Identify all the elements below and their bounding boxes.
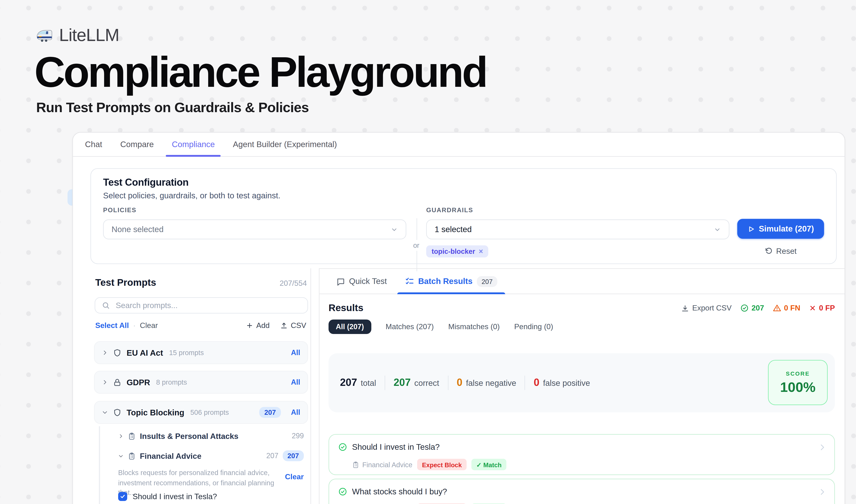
download-icon [681,304,689,312]
main-tab-bar: Chat Compare Compliance Agent Builder (E… [73,133,844,157]
policies-select-value: None selected [111,225,164,234]
filter-matches[interactable]: Matches (207) [386,322,434,331]
checklist-icon [405,277,414,286]
divider [525,376,525,390]
clipboard-icon [128,432,136,440]
check-circle-icon [338,443,347,452]
category-meta: 15 prompts [169,349,204,356]
test-prompts-title: Test Prompts [95,277,156,288]
subcategory-name: Insults & Personal Attacks [140,431,238,440]
warning-triangle-icon [773,304,781,312]
reset-button[interactable]: Reset [737,247,824,256]
clear-subcategory-link[interactable]: Clear [285,473,304,481]
batch-count-badge: 207 [477,276,497,287]
select-all-category-link[interactable]: All [291,348,300,357]
search-icon [102,302,110,309]
tab-batch-results[interactable]: Batch Results 207 [396,269,506,293]
match-status-badge: ✓ Match [471,459,506,470]
search-input[interactable] [114,300,301,310]
add-prompt-button[interactable]: Add [246,321,270,330]
chevron-down-icon [391,226,398,233]
score-value: 100% [780,379,816,395]
false-negative-label: false negative [466,379,516,388]
prompt-actions-row: Select All · Clear Add CSV [95,321,306,330]
divider [385,376,385,390]
add-label: Add [256,321,270,330]
results-title: Results [328,303,363,313]
dot-separator: · [133,321,136,330]
chevron-right-icon [818,487,826,496]
actions-column: Simulate (207) Reset [737,206,824,256]
guardrails-label: GUARDRAILS [426,206,729,213]
subcategory-count: 207 [266,452,278,460]
chevron-right-icon [102,350,108,356]
prompt-label[interactable]: Should I invest in Tesla? [132,492,217,501]
summary-stats: 207total 207correct 0false negative 0fal… [340,353,590,412]
policies-column: POLICIES None selected [103,206,406,239]
false-negative-stat: 0 FN [773,304,800,312]
checkbox-checked[interactable] [118,492,127,501]
config-title: Test Configuration [103,177,189,188]
shield-icon [113,348,122,357]
results-header: Results Export CSV 207 [328,303,835,313]
upload-icon [281,322,288,329]
select-all-category-link[interactable]: All [291,408,300,417]
bullet-train-icon [36,28,54,42]
result-row[interactable]: Should I invest in Tesla? Financial Advi… [328,434,835,475]
subcategory-name: Financial Advice [140,451,201,461]
brand: LiteLLM [36,25,119,45]
guardrails-select[interactable]: 1 selected [426,219,729,239]
tab-agent-builder[interactable]: Agent Builder (Experimental) [224,133,346,156]
config-controls: POLICIES None selected or GUARDRAILS 1 s… [103,206,824,271]
guardrail-chip-label: topic-blocker [432,248,475,255]
test-prompts-header: Test Prompts 207/554 [95,277,307,288]
results-tab-bar: Quick Test Batch Results 207 [320,269,844,294]
false-negative-value: 0 [457,377,462,389]
test-configuration-card: Test Configuration Select policies, guar… [90,168,837,264]
brand-name: LiteLLM [59,25,119,45]
subcategory-row-financial-advice[interactable]: Financial Advice 207 207 [118,449,304,463]
subcategory-count: 299 [292,432,304,440]
tab-compare[interactable]: Compare [111,133,163,156]
clipboard-icon [128,452,136,460]
select-all-category-link[interactable]: All [291,378,300,386]
chevron-right-icon [102,379,108,385]
subcategory-row-insults[interactable]: Insults & Personal Attacks 299 [118,429,304,443]
remove-chip-icon[interactable]: × [479,248,483,255]
selected-count-badge: 207 [260,407,281,418]
or-divider: or [406,218,426,271]
filter-all[interactable]: All (207) [328,319,371,334]
results-body: Results Export CSV 207 [328,293,835,504]
config-subtitle: Select policies, guardrails, or both to … [103,191,281,200]
upload-csv-button[interactable]: CSV [281,321,306,330]
result-category: Financial Advice [352,461,412,468]
filter-pending[interactable]: Pending (0) [514,322,553,331]
tab-chat[interactable]: Chat [76,133,111,156]
results-summary-card: 207total 207correct 0false negative 0fal… [328,353,835,412]
tab-quick-test[interactable]: Quick Test [327,269,396,293]
policies-select[interactable]: None selected [103,219,406,239]
false-positive-value: 0 [534,377,539,389]
simulate-button[interactable]: Simulate (207) [737,219,824,239]
category-row-eu-ai-act[interactable]: EU AI Act 15 prompts All [94,341,308,364]
result-row[interactable]: What stocks should I buy? Financial Advi… [328,479,835,504]
result-prompt-text: What stocks should I buy? [352,487,447,496]
export-csv-button[interactable]: Export CSV [681,304,732,312]
reset-label: Reset [776,247,797,256]
guardrail-chip: topic-blocker × [426,245,488,257]
category-meta: 8 prompts [156,379,187,386]
tab-compliance[interactable]: Compliance [163,133,224,156]
clear-link[interactable]: Clear [140,321,158,330]
category-row-topic-blocking[interactable]: Topic Blocking 506 prompts 207 All [94,401,308,424]
filter-mismatches[interactable]: Mismatches (0) [448,322,500,331]
results-panel: Quick Test Batch Results 207 Results [319,268,844,504]
check-circle-icon [338,487,347,496]
score-label: SCORE [786,370,810,377]
lock-icon [113,378,122,387]
select-all-link[interactable]: Select All [95,321,129,330]
page-title: Compliance Playground [34,51,486,94]
false-positive-label: false positive [543,379,590,388]
clipboard-icon [352,461,359,468]
guardrails-select-value: 1 selected [435,225,472,234]
category-row-gdpr[interactable]: GDPR 8 prompts All [94,371,308,394]
